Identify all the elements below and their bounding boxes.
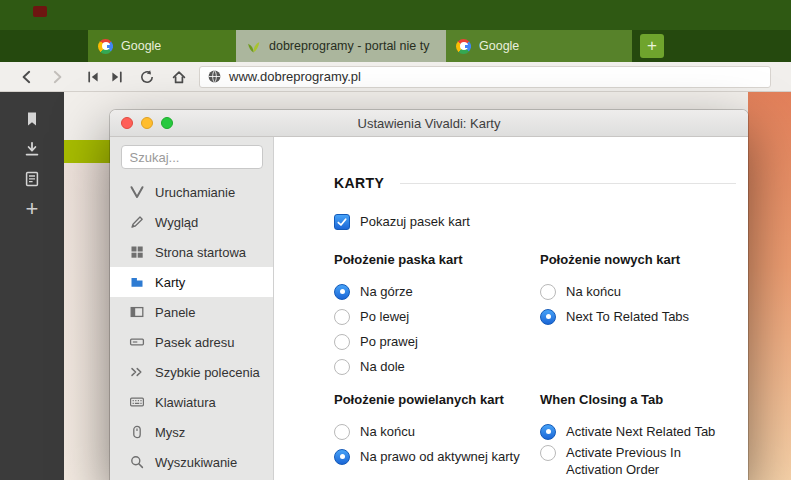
show-tab-bar-checkbox-row[interactable]: Pokazuj pasek kart bbox=[334, 213, 736, 230]
section-title: When Closing a Tab bbox=[540, 392, 736, 407]
sidebar-item-pasek-adresu[interactable]: Pasek adresu bbox=[110, 327, 273, 357]
tab-google-1[interactable]: Google bbox=[88, 30, 236, 62]
screen: Google dobreprogramy - portal nie ty Goo… bbox=[0, 0, 791, 480]
radio-icon bbox=[540, 445, 556, 461]
sidebar-item-label: Karty bbox=[155, 275, 185, 290]
settings-window-title: Ustawienia Vivaldi: Karty bbox=[358, 116, 501, 131]
sidebar-item-wyszukiwanie[interactable]: Wyszukiwanie bbox=[110, 447, 273, 477]
home-button[interactable] bbox=[171, 69, 187, 85]
radio-label: Activate Previous In Activation Order bbox=[566, 444, 736, 478]
add-panel-icon[interactable]: + bbox=[23, 200, 41, 218]
heading-rule bbox=[400, 183, 736, 184]
settings-search-input[interactable] bbox=[121, 145, 263, 169]
reload-button[interactable] bbox=[139, 69, 155, 85]
minimize-icon[interactable] bbox=[141, 117, 153, 129]
radio-label: Na końcu bbox=[566, 283, 621, 300]
page-header-band bbox=[64, 140, 110, 163]
radio-na-koncu-powielane[interactable]: Na końcu bbox=[334, 419, 540, 444]
section-title: Położenie paska kart bbox=[334, 252, 540, 267]
address-field[interactable]: www.dobreprogramy.pl bbox=[199, 66, 771, 88]
radio-icon bbox=[334, 309, 350, 325]
sidebar-item-label: Panele bbox=[155, 305, 195, 320]
radio-po-prawej[interactable]: Po prawej bbox=[334, 329, 540, 354]
section-polozenie-nowych-kart: Położenie nowych kart Na końcu Next To R… bbox=[540, 252, 736, 379]
sidebar-item-wyglad[interactable]: Wygląd bbox=[110, 207, 273, 237]
radio-label: Na górze bbox=[360, 283, 413, 300]
back-button[interactable] bbox=[19, 69, 35, 85]
next-tab-button[interactable] bbox=[109, 69, 125, 85]
bookmarks-icon[interactable] bbox=[23, 110, 41, 128]
radio-next-to-related-tabs[interactable]: Next To Related Tabs bbox=[540, 304, 736, 329]
tabs-icon bbox=[129, 274, 145, 290]
tab-google-2[interactable]: Google bbox=[446, 30, 632, 62]
tab-label: dobreprogramy - portal nie ty bbox=[269, 39, 430, 53]
mouse-icon bbox=[129, 424, 145, 440]
checkbox-label: Pokazuj pasek kart bbox=[360, 213, 470, 230]
vivaldi-icon bbox=[129, 184, 145, 200]
radio-activate-next-related[interactable]: Activate Next Related Tab bbox=[540, 419, 736, 444]
panels-icon bbox=[129, 304, 145, 320]
sidebar-item-mysz[interactable]: Mysz bbox=[110, 417, 273, 447]
settings-window: Ustawienia Vivaldi: Karty Uruchamianie W… bbox=[110, 110, 748, 480]
radio-icon bbox=[334, 424, 350, 440]
forward-button[interactable] bbox=[49, 69, 65, 85]
desktop-wallpaper bbox=[748, 92, 791, 480]
new-tab-button[interactable]: + bbox=[640, 34, 664, 58]
radio-label: Na końcu bbox=[360, 423, 415, 440]
checkbox-checked-icon bbox=[334, 214, 350, 230]
sidebar-item-panele[interactable]: Panele bbox=[110, 297, 273, 327]
keyboard-icon bbox=[129, 394, 145, 410]
address-bar: www.dobreprogramy.pl bbox=[0, 62, 791, 92]
tab-dobreprogramy-active[interactable]: dobreprogramy - portal nie ty bbox=[236, 30, 446, 62]
radio-na-prawo-od-aktywnej[interactable]: Na prawo od aktywnej karty bbox=[334, 444, 540, 469]
browser-tab-bar: Google dobreprogramy - portal nie ty Goo… bbox=[0, 30, 791, 62]
window-controls bbox=[121, 117, 173, 129]
search-icon bbox=[129, 454, 145, 470]
tab-label: Google bbox=[479, 39, 519, 53]
notes-icon[interactable] bbox=[23, 170, 41, 188]
sidebar-item-label: Wygląd bbox=[155, 215, 198, 230]
radio-activate-previous[interactable]: Activate Previous In Activation Order bbox=[540, 444, 736, 478]
window-close-button[interactable] bbox=[33, 6, 47, 17]
sidebar-item-label: Mysz bbox=[155, 425, 185, 440]
section-when-closing-a-tab: When Closing a Tab Activate Next Related… bbox=[540, 392, 736, 478]
site-info-globe-icon[interactable] bbox=[207, 69, 222, 84]
start-page-icon bbox=[129, 244, 145, 260]
window-title-strip bbox=[0, 0, 791, 30]
sidebar-item-szybkie-polecenia[interactable]: Szybkie polecenia bbox=[110, 357, 273, 387]
section-title: Położenie powielanych kart bbox=[334, 392, 540, 407]
sidebar-item-label: Pasek adresu bbox=[155, 335, 235, 350]
tab-label: Google bbox=[121, 39, 161, 53]
radio-label: Po prawej bbox=[360, 333, 418, 350]
sidebar-item-label: Klawiatura bbox=[155, 395, 216, 410]
url-text: www.dobreprogramy.pl bbox=[229, 69, 361, 84]
sidebar-item-klawiatura[interactable]: Klawiatura bbox=[110, 387, 273, 417]
settings-titlebar[interactable]: Ustawienia Vivaldi: Karty bbox=[110, 110, 748, 137]
radio-na-gorze[interactable]: Na górze bbox=[334, 279, 540, 304]
radio-na-koncu-nowe[interactable]: Na końcu bbox=[540, 279, 736, 304]
address-bar-icon bbox=[129, 334, 145, 350]
radio-po-lewej[interactable]: Po lewej bbox=[334, 304, 540, 329]
radio-label: Po lewej bbox=[360, 308, 409, 325]
sidebar-item-uruchamianie[interactable]: Uruchamianie bbox=[110, 177, 273, 207]
radio-selected-icon bbox=[334, 284, 350, 300]
page-title: KARTY bbox=[334, 175, 384, 191]
sidebar-item-strona-startowa[interactable]: Strona startowa bbox=[110, 237, 273, 267]
radio-label: Next To Related Tabs bbox=[566, 308, 689, 325]
section-polozenie-powielanych-kart: Położenie powielanych kart Na końcu Na p… bbox=[334, 392, 540, 478]
section-title: Położenie nowych kart bbox=[540, 252, 736, 267]
downloads-icon[interactable] bbox=[23, 140, 41, 158]
appearance-icon bbox=[129, 214, 145, 230]
vivaldi-side-panel: + bbox=[0, 92, 64, 480]
zoom-icon[interactable] bbox=[161, 117, 173, 129]
radio-na-dole[interactable]: Na dole bbox=[334, 354, 540, 379]
previous-tab-button[interactable] bbox=[85, 69, 101, 85]
radio-label: Na prawo od aktywnej karty bbox=[360, 448, 520, 465]
close-icon[interactable] bbox=[121, 117, 133, 129]
radio-icon bbox=[540, 284, 556, 300]
radio-selected-icon bbox=[334, 449, 350, 465]
radio-icon bbox=[334, 359, 350, 375]
google-favicon bbox=[456, 39, 471, 54]
sidebar-item-karty[interactable]: Karty bbox=[110, 267, 273, 297]
sidebar-item-label: Wyszukiwanie bbox=[155, 455, 237, 470]
